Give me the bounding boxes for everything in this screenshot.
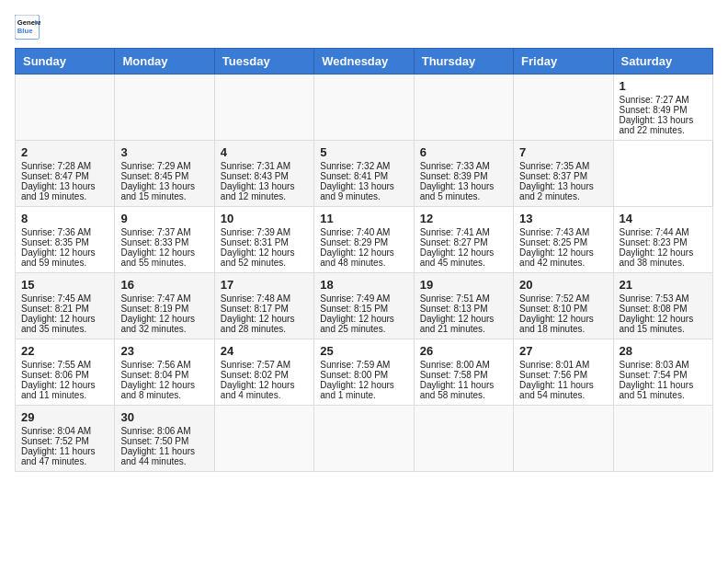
sunrise-text: Sunrise: 7:33 AM <box>420 161 490 171</box>
daylight-label: Daylight: 11 hours and 58 minutes. <box>420 380 495 400</box>
calendar-cell: 28 Sunrise: 8:03 AM Sunset: 7:54 PM Dayl… <box>613 339 712 406</box>
day-number: 10 <box>221 212 308 225</box>
daylight-label: Daylight: 11 hours and 44 minutes. <box>120 446 195 466</box>
sunrise-text: Sunrise: 7:45 AM <box>21 293 91 304</box>
day-number: 3 <box>120 145 208 159</box>
day-number: 23 <box>120 344 208 358</box>
daylight-label: Daylight: 13 hours and 15 minutes. <box>120 181 195 201</box>
calendar-cell: 18 Sunrise: 7:49 AM Sunset: 8:15 PM Dayl… <box>314 273 414 339</box>
calendar-cell <box>115 75 214 141</box>
sunset-text: Sunset: 8:10 PM <box>519 304 587 314</box>
calendar-cell: 2 Sunrise: 7:28 AM Sunset: 8:47 PM Dayli… <box>16 141 115 207</box>
calendar-cell: 13 Sunrise: 7:43 AM Sunset: 8:25 PM Dayl… <box>514 207 613 273</box>
calendar-cell <box>214 75 313 141</box>
sunset-text: Sunset: 8:31 PM <box>221 237 289 247</box>
sunset-text: Sunset: 8:35 PM <box>21 237 89 247</box>
calendar-week-row: 22 Sunrise: 7:55 AM Sunset: 8:06 PM Dayl… <box>16 339 713 406</box>
daylight-label: Daylight: 12 hours and 18 minutes. <box>519 314 594 334</box>
day-number: 26 <box>420 344 507 358</box>
sunrise-text: Sunrise: 7:36 AM <box>21 227 91 237</box>
calendar-cell: 16 Sunrise: 7:47 AM Sunset: 8:19 PM Dayl… <box>115 273 214 339</box>
daylight-label: Daylight: 13 hours and 19 minutes. <box>21 181 96 201</box>
daylight-label: Daylight: 12 hours and 1 minute. <box>320 380 394 400</box>
day-number: 13 <box>519 212 607 225</box>
day-number: 11 <box>320 212 407 225</box>
day-number: 12 <box>420 212 507 225</box>
day-number: 7 <box>519 145 607 159</box>
calendar-cell: 7 Sunrise: 7:35 AM Sunset: 8:37 PM Dayli… <box>514 141 613 207</box>
calendar-header-thursday: Thursday <box>414 49 513 75</box>
day-number: 21 <box>620 278 707 292</box>
sunset-text: Sunset: 8:04 PM <box>120 370 188 380</box>
page-header: General Blue <box>15 15 713 40</box>
sunset-text: Sunset: 8:21 PM <box>21 304 89 314</box>
sunset-text: Sunset: 7:58 PM <box>420 370 488 380</box>
calendar-cell <box>314 75 414 141</box>
day-number: 29 <box>21 410 108 424</box>
sunset-text: Sunset: 7:56 PM <box>519 370 587 380</box>
calendar-cell: 8 Sunrise: 7:36 AM Sunset: 8:35 PM Dayli… <box>16 207 115 273</box>
calendar-header-sunday: Sunday <box>16 49 115 75</box>
sunrise-text: Sunrise: 8:01 AM <box>519 360 589 370</box>
calendar-header-friday: Friday <box>514 49 613 75</box>
daylight-label: Daylight: 12 hours and 52 minutes. <box>221 247 295 268</box>
sunrise-text: Sunrise: 7:56 AM <box>120 360 190 370</box>
calendar-cell <box>514 75 613 141</box>
sunrise-text: Sunrise: 7:37 AM <box>120 227 190 237</box>
day-number: 18 <box>320 278 407 292</box>
calendar-cell <box>314 406 414 472</box>
calendar-cell: 22 Sunrise: 7:55 AM Sunset: 8:06 PM Dayl… <box>16 339 115 406</box>
daylight-label: Daylight: 12 hours and 48 minutes. <box>320 247 394 268</box>
sunrise-text: Sunrise: 8:04 AM <box>21 426 91 436</box>
day-number: 28 <box>620 344 707 358</box>
sunset-text: Sunset: 8:47 PM <box>21 171 89 181</box>
calendar-header-wednesday: Wednesday <box>314 49 414 75</box>
calendar-week-row: 1 Sunrise: 7:27 AM Sunset: 8:49 PM Dayli… <box>16 75 713 141</box>
day-number: 6 <box>420 145 507 159</box>
daylight-label: Daylight: 11 hours and 54 minutes. <box>519 380 594 400</box>
sunset-text: Sunset: 8:17 PM <box>221 304 289 314</box>
sunrise-text: Sunrise: 7:48 AM <box>221 293 290 304</box>
calendar-cell: 15 Sunrise: 7:45 AM Sunset: 8:21 PM Dayl… <box>16 273 115 339</box>
sunset-text: Sunset: 8:02 PM <box>221 370 289 380</box>
calendar-body: 1 Sunrise: 7:27 AM Sunset: 8:49 PM Dayli… <box>16 75 713 472</box>
calendar-cell <box>414 406 513 472</box>
daylight-label: Daylight: 13 hours and 9 minutes. <box>320 181 394 201</box>
sunrise-text: Sunrise: 7:44 AM <box>620 227 689 237</box>
calendar-header-row: SundayMondayTuesdayWednesdayThursdayFrid… <box>16 49 713 75</box>
calendar-cell: 1 Sunrise: 7:27 AM Sunset: 8:49 PM Dayli… <box>613 75 712 141</box>
svg-text:Blue: Blue <box>17 27 33 35</box>
daylight-label: Daylight: 12 hours and 38 minutes. <box>620 247 694 268</box>
sunset-text: Sunset: 7:52 PM <box>21 436 89 446</box>
calendar-week-row: 8 Sunrise: 7:36 AM Sunset: 8:35 PM Dayli… <box>16 207 713 273</box>
sunrise-text: Sunrise: 8:03 AM <box>620 360 689 370</box>
day-number: 5 <box>320 145 407 159</box>
day-number: 8 <box>21 212 108 225</box>
sunset-text: Sunset: 8:37 PM <box>519 171 587 181</box>
day-number: 19 <box>420 278 507 292</box>
calendar-cell <box>514 406 613 472</box>
sunset-text: Sunset: 8:23 PM <box>620 237 688 247</box>
calendar-table: SundayMondayTuesdayWednesdayThursdayFrid… <box>15 48 713 472</box>
sunset-text: Sunset: 8:00 PM <box>320 370 388 380</box>
sunrise-text: Sunrise: 7:41 AM <box>420 227 490 237</box>
daylight-label: Daylight: 12 hours and 25 minutes. <box>320 314 394 334</box>
sunset-text: Sunset: 8:15 PM <box>320 304 388 314</box>
sunrise-text: Sunrise: 7:49 AM <box>320 293 390 304</box>
sunrise-text: Sunrise: 7:31 AM <box>221 161 290 171</box>
calendar-week-row: 29 Sunrise: 8:04 AM Sunset: 7:52 PM Dayl… <box>16 406 713 472</box>
calendar-cell: 29 Sunrise: 8:04 AM Sunset: 7:52 PM Dayl… <box>16 406 115 472</box>
calendar-cell <box>613 406 712 472</box>
day-number: 22 <box>21 344 108 358</box>
sunset-text: Sunset: 8:13 PM <box>420 304 488 314</box>
sunset-text: Sunset: 8:49 PM <box>620 105 688 115</box>
sunset-text: Sunset: 8:29 PM <box>320 237 388 247</box>
daylight-label: Daylight: 12 hours and 45 minutes. <box>420 247 495 268</box>
daylight-label: Daylight: 12 hours and 11 minutes. <box>21 380 96 400</box>
daylight-label: Daylight: 11 hours and 47 minutes. <box>21 446 96 466</box>
sunset-text: Sunset: 8:39 PM <box>420 171 488 181</box>
sunrise-text: Sunrise: 7:52 AM <box>519 293 589 304</box>
sunrise-text: Sunrise: 7:28 AM <box>21 161 91 171</box>
daylight-label: Daylight: 12 hours and 59 minutes. <box>21 247 96 268</box>
sunrise-text: Sunrise: 7:53 AM <box>620 293 689 304</box>
